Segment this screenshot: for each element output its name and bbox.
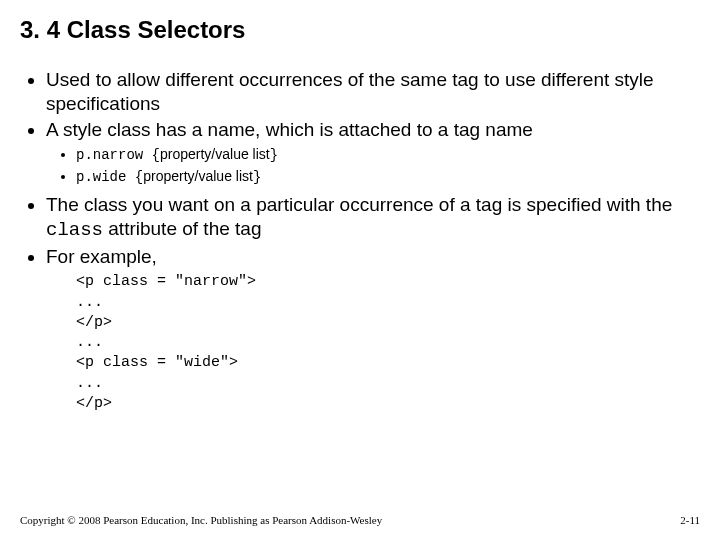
plain-text: property/value list [143, 168, 253, 184]
code-text: class [46, 219, 103, 241]
code-text: p.wide { [76, 169, 143, 185]
sub-bullet-item: p.wide {property/value list} [76, 167, 700, 187]
plain-text: property/value list [160, 146, 270, 162]
bullet-text: The class you want on a particular occur… [46, 194, 672, 215]
footer: Copyright © 2008 Pearson Education, Inc.… [20, 514, 700, 526]
code-text: } [270, 147, 278, 163]
bullet-item: Used to allow different occurrences of t… [46, 68, 700, 116]
bullet-text: attribute of the tag [103, 218, 261, 239]
code-text: p.narrow { [76, 147, 160, 163]
code-block: <p class = "narrow"> ... </p> ... <p cla… [20, 272, 700, 414]
page-number: 2-11 [680, 514, 700, 526]
bullet-item: The class you want on a particular occur… [46, 193, 700, 243]
code-text: } [253, 169, 261, 185]
slide-title: 3. 4 Class Selectors [20, 16, 700, 44]
bullet-item: For example, [46, 245, 700, 269]
bullet-text: A style class has a name, which is attac… [46, 119, 533, 140]
bullet-item: A style class has a name, which is attac… [46, 118, 700, 188]
bullet-list: Used to allow different occurrences of t… [20, 68, 700, 268]
sub-bullet-item: p.narrow {property/value list} [76, 145, 700, 165]
copyright-text: Copyright © 2008 Pearson Education, Inc.… [20, 514, 382, 526]
sub-bullet-list: p.narrow {property/value list} p.wide {p… [46, 145, 700, 187]
